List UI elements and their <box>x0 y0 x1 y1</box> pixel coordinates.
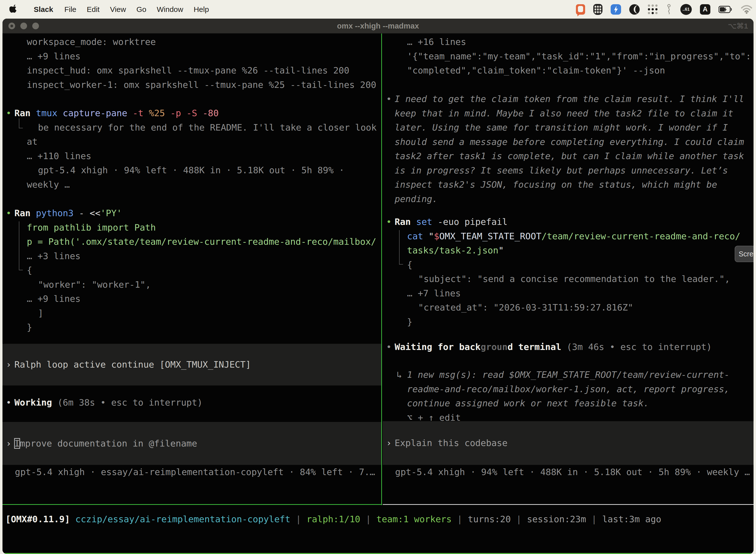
text-segment: be necessary for the end of the README. … <box>38 122 377 132</box>
text-segment: 1 new msg(s): read $OMX_TEAM_STATE_ROOT/… <box>407 370 730 380</box>
terminal-line: "completed","claim_token":"claim-token"}… <box>383 63 754 78</box>
timer-badge-icon[interactable]: ..61 <box>680 4 692 15</box>
terminal-line: gpt-5.4 xhigh · 94% left · 488K in · 5.1… <box>2 163 382 177</box>
text-segment: readme-and-reco/mailbox/worker-1.json, a… <box>407 384 730 394</box>
terminal-body[interactable]: ›Ralph loop active continue [OMX_TMUX_IN… <box>2 34 754 554</box>
terminal-line: [OMX#0.11.9] cczip/essay/ai-reimplementa… <box>5 512 750 527</box>
text-segment: … +3 lines <box>27 251 81 261</box>
wifi-icon[interactable] <box>741 5 753 14</box>
terminal-line: •Working (6m 38s • esc to interrupt) <box>2 395 382 410</box>
terminal-line: •Ran set -euo pipefail <box>383 215 754 229</box>
crescent-icon[interactable] <box>629 4 640 15</box>
text-segment: pending. <box>395 194 438 204</box>
terminal-line: ›Ralph loop active continue [OMX_TMUX_IN… <box>2 357 382 372</box>
window-titlebar: omx --xhigh --madmax ⌥⌘1 <box>2 19 754 34</box>
menu-item-window[interactable]: Window <box>151 5 189 14</box>
terminal-line: gpt-5.4 xhigh · essay/ai-reimplementatio… <box>2 465 382 479</box>
terminal-line: is in progress? It seems likely but perh… <box>383 163 754 178</box>
text-segment: (6m 38s • esc to interrupt) <box>57 397 202 407</box>
text-segment: Working <box>14 397 57 407</box>
text-segment: ralph:1/10 <box>307 514 360 524</box>
terminal-line: gpt-5.4 xhigh · 94% left · 488K in · 5.1… <box>383 465 754 479</box>
battery-icon[interactable] <box>718 6 733 13</box>
ran-python-block: •Ran python3 - <<'PY'from pathlib import… <box>2 206 382 335</box>
terminal-line: inspect task2's JSON, focusing on the st… <box>383 177 754 192</box>
menu-item-go[interactable]: Go <box>131 5 151 14</box>
terminal-line: at <box>2 134 382 149</box>
terminal-line: inspect_hud: omx sparkshell --tmux-pane … <box>2 63 382 78</box>
apple-menu-icon[interactable] <box>9 4 18 14</box>
line-marker: ↳ <box>397 368 402 382</box>
text-segment: last:3m ago <box>602 514 661 524</box>
text-segment: Explain this codebase <box>395 438 507 448</box>
text-segment: from pathlib import Path <box>27 222 156 233</box>
text-segment: "subject": "send a concise recommendatio… <box>418 274 730 284</box>
text-segment: -S <box>187 108 203 118</box>
text-segment: %25 <box>149 108 170 118</box>
text-segment: d terminal <box>507 342 567 352</box>
line-marker: • <box>386 92 392 106</box>
line-marker: • <box>6 395 11 410</box>
text-segment: (3m 46s • esc to interrupt) <box>567 342 712 352</box>
output-block: … +16 lines'{"team_name":"my-team","task… <box>383 35 754 78</box>
text-segment: "completed","claim_token":"claim-token"}… <box>407 65 665 75</box>
terminal-line: ⌥ + ↑ edit <box>383 410 754 425</box>
terminal-line: "worker": "worker-1", <box>2 277 382 292</box>
grid-shield-icon[interactable] <box>593 4 603 15</box>
text-segment: weekly … <box>27 179 70 189</box>
text-segment: " <box>498 245 504 256</box>
screen-recording-icon[interactable] <box>576 4 585 15</box>
screen-share-tooltip: Scre <box>735 246 754 262</box>
tmux-status-bar[interactable]: [omx-cczip0:bash* "MacBook-Pro-44.local"… <box>2 553 754 554</box>
menu-item-file[interactable]: File <box>59 5 81 14</box>
terminal-line: should send a message before completing … <box>383 135 754 149</box>
text-segment: I <box>14 438 20 448</box>
output-connector <box>399 230 403 265</box>
composer-left[interactable]: ›Improve documentation in @filename <box>2 422 382 465</box>
text-segment: … +110 lines <box>27 151 91 161</box>
terminal-line: continue assigned work or next feasible … <box>383 396 754 410</box>
text-segment: inspect task2's JSON, focusing on the st… <box>395 179 717 189</box>
text-segment: Ralph loop active continue [OMX_TMUX_INJ… <box>14 359 251 370</box>
text-segment: … +9 lines <box>27 51 81 61</box>
terminal-line: '{"team_name":"my-team","task_id":"1","f… <box>383 49 754 63</box>
dots-grid-icon[interactable] <box>648 4 657 14</box>
text-segment: ⌥ + ↑ edit <box>407 412 461 423</box>
terminal-line: … +16 lines <box>383 35 754 49</box>
menu-item-edit[interactable]: Edit <box>82 5 105 14</box>
terminal-line: ›Explain this codebase <box>383 436 754 450</box>
line-marker: › <box>386 436 392 450</box>
text-segment: OMX_TEAM_STATE_ROOT <box>439 231 542 241</box>
menu-bar: Slack File Edit View Go Window Help ..61… <box>0 0 756 19</box>
pane-divider[interactable] <box>381 34 382 505</box>
pane-worker[interactable]: ›Explain this codebase … +16 lines'{"tea… <box>383 34 754 487</box>
model-status-left: gpt-5.4 xhigh · essay/ai-reimplementatio… <box>2 465 382 479</box>
text-segment: tmux <box>36 108 63 118</box>
terminal-line: "subject": "send a concise recommendatio… <box>383 272 754 286</box>
text-segment: { <box>27 265 32 275</box>
text-segment: cczip/essay/ai-reimplementation-copyleft <box>75 514 291 524</box>
letter-a-icon[interactable]: A <box>700 4 710 15</box>
text-segment: -80 <box>203 108 219 118</box>
waiting-status-block: •Waiting for background terminal (3m 46s… <box>383 340 754 354</box>
terminal-line: •Ran python3 - <<'PY' <box>2 206 382 220</box>
composer-right[interactable]: ›Explain this codebase <box>383 421 754 465</box>
menu-item-view[interactable]: View <box>105 5 131 14</box>
menu-app-name[interactable]: Slack <box>28 5 59 14</box>
bolt-badge-icon[interactable] <box>611 4 621 15</box>
line-marker: › <box>6 436 11 451</box>
text-segment: is in progress? It seems likely but perh… <box>395 165 728 175</box>
working-status-block: •Working (6m 38s • esc to interrupt) <box>2 395 382 410</box>
text-segment: << <box>89 208 100 218</box>
text-segment: /team/review-current-readme-and-reco/ <box>542 231 740 241</box>
terminal-line: { <box>2 263 382 277</box>
menu-item-help[interactable]: Help <box>189 5 214 14</box>
text-segment: | <box>291 514 307 524</box>
terminal-line: ↳1 new msg(s): read $OMX_TEAM_STATE_ROOT… <box>383 368 754 382</box>
text-segment: keep that in mind. Maybe I also need the… <box>395 108 733 118</box>
squiggle-key-icon[interactable] <box>666 4 672 15</box>
text-segment: inspect_worker-1: omx sparkshell --tmux-… <box>27 80 376 90</box>
text-segment: groun <box>481 342 507 352</box>
terminal-line: … +9 lines <box>2 292 382 306</box>
pane-hud[interactable]: ›Ralph loop active continue [OMX_TMUX_IN… <box>2 34 382 487</box>
